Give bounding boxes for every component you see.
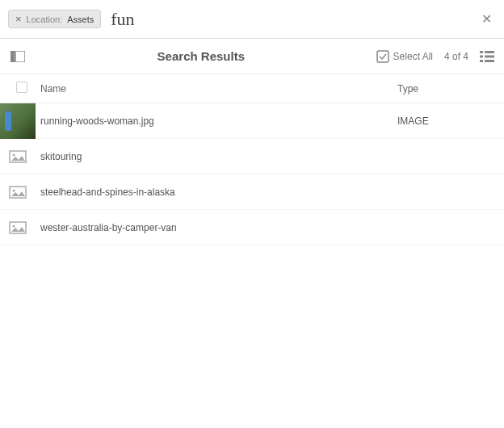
toolbar: Search Results Select All 4 of 4 (0, 39, 504, 74)
svg-rect-7 (480, 60, 483, 62)
list-view-icon (480, 51, 494, 62)
svg-rect-8 (485, 60, 494, 62)
close-search-button[interactable]: ✕ (477, 10, 496, 29)
rail-toggle-button[interactable] (10, 48, 26, 65)
chip-remove-icon[interactable]: × (15, 14, 22, 24)
chip-label: Location: (27, 15, 63, 24)
search-bar: × Location: Assets ✕ (0, 0, 504, 39)
thumbnail (0, 210, 36, 245)
cell-name: steelhead-and-spines-in-alaska (36, 187, 397, 198)
svg-point-14 (13, 224, 15, 227)
thumbnail (0, 103, 36, 139)
svg-rect-2 (377, 51, 388, 62)
column-name[interactable]: Name (36, 83, 397, 94)
select-all-label: Select All (393, 51, 433, 62)
svg-rect-5 (480, 55, 483, 57)
results-title: Search Results (26, 49, 376, 63)
thumbnail (0, 139, 36, 174)
rail-icon (10, 51, 25, 62)
svg-rect-4 (485, 51, 494, 53)
svg-rect-3 (480, 51, 483, 53)
cell-name: wester-australia-by-camper-van (36, 222, 397, 233)
table-header: Name Type (0, 74, 504, 103)
svg-rect-0 (10, 51, 15, 62)
search-input[interactable] (107, 5, 470, 34)
page-icon (9, 150, 27, 163)
cell-name: running-woods-woman.jpg (36, 115, 397, 127)
cell-name: skitouring (36, 151, 397, 162)
image-thumbnail (0, 103, 36, 139)
close-icon: ✕ (481, 11, 492, 27)
results-count: 4 of 4 (444, 51, 468, 62)
select-all-icon (376, 50, 389, 63)
svg-point-10 (13, 153, 15, 156)
table-row[interactable]: wester-australia-by-camper-van (0, 210, 504, 245)
svg-point-12 (13, 189, 15, 191)
header-checkbox[interactable] (16, 82, 36, 95)
thumbnail (0, 174, 36, 210)
svg-rect-6 (485, 55, 494, 57)
column-type[interactable]: Type (397, 83, 494, 94)
svg-rect-1 (15, 51, 25, 62)
cell-type: IMAGE (397, 115, 494, 127)
page-icon (9, 186, 27, 199)
view-switcher-button[interactable] (480, 51, 494, 62)
chip-value: Assets (67, 15, 94, 24)
location-chip[interactable]: × Location: Assets (8, 10, 101, 28)
table-row[interactable]: running-woods-woman.jpg IMAGE (0, 103, 504, 139)
select-all-button[interactable]: Select All (376, 50, 433, 63)
page-icon (9, 221, 27, 234)
table-row[interactable]: steelhead-and-spines-in-alaska (0, 174, 504, 210)
table-row[interactable]: skitouring (0, 139, 504, 174)
toolbar-right: Select All 4 of 4 (376, 50, 494, 63)
